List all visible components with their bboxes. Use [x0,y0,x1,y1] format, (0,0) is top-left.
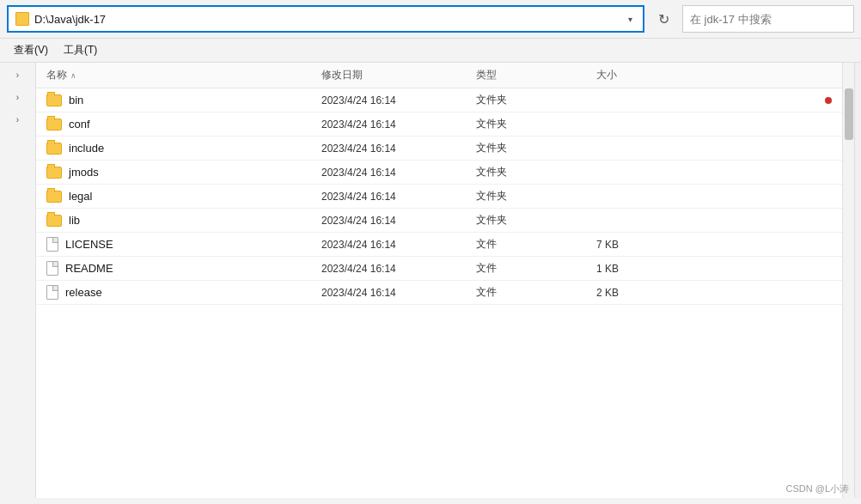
file-name-cell: jmods [46,166,321,179]
sidebar-arrow-down[interactable]: › [9,111,27,128]
red-dot [825,97,832,104]
col-type-header[interactable]: 类型 [476,68,596,82]
file-type: 文件 [476,261,596,276]
table-row[interactable]: legal 2023/4/24 16:14 文件夹 [36,185,842,209]
menu-item-view[interactable]: 查看(V) [7,40,55,60]
content-area: 名称 ∧ 修改日期 类型 大小 bin 2023/4/24 16:14 文件夹 … [36,63,842,498]
scrollbar[interactable] [842,63,854,498]
file-date: 2023/4/24 16:14 [321,118,476,131]
file-name-cell: legal [46,190,321,203]
sort-arrow-icon: ∧ [70,71,76,80]
menu-bar: 查看(V) 工具(T) [0,39,861,63]
file-type: 文件夹 [476,93,596,107]
file-type: 文件 [476,237,596,252]
file-type: 文件夹 [476,189,596,203]
file-name-cell: release [46,285,321,300]
file-name: release [65,286,102,299]
top-bar: ▾ ↻ [0,0,861,39]
search-bar[interactable] [682,5,854,33]
watermark: CSDN @L小涛 [785,483,849,495]
folder-icon [46,167,62,179]
file-list: bin 2023/4/24 16:14 文件夹 conf 2023/4/24 1… [36,88,842,305]
main-layout: › › › 名称 ∧ 修改日期 类型 大小 bin 2023/4/24 16:1… [0,63,861,498]
table-row[interactable]: lib 2023/4/24 16:14 文件夹 [36,209,842,233]
file-size: 1 KB [596,263,699,275]
file-extra [699,97,832,104]
file-date: 2023/4/24 16:14 [321,143,476,155]
file-name-cell: conf [46,118,321,131]
address-folder-icon [15,12,29,26]
col-name-label: 名称 [46,68,67,82]
file-type: 文件 [476,285,596,300]
file-name: conf [69,118,90,131]
file-date: 2023/4/24 16:14 [321,215,476,227]
file-date: 2023/4/24 16:14 [321,239,476,251]
file-name-cell: LICENSE [46,237,321,252]
file-date: 2023/4/24 16:14 [321,287,476,299]
col-date-header[interactable]: 修改日期 [321,68,476,82]
sidebar-arrow-mid[interactable]: › [9,88,27,106]
col-name-header[interactable]: 名称 ∧ [46,68,321,82]
file-icon [46,285,58,300]
col-size-header[interactable]: 大小 [596,68,699,82]
folder-icon [46,143,62,155]
scroll-thumb[interactable] [845,88,853,140]
table-row[interactable]: bin 2023/4/24 16:14 文件夹 [36,88,842,112]
file-date: 2023/4/24 16:14 [321,191,476,203]
file-icon [46,261,58,276]
folder-icon [46,215,62,227]
file-name-cell: README [46,261,321,276]
file-type: 文件夹 [476,117,596,131]
file-name: README [65,262,113,275]
file-name-cell: include [46,142,321,155]
file-name: bin [69,94,83,106]
menu-item-tools[interactable]: 工具(T) [57,40,104,60]
file-name: LICENSE [65,238,113,251]
sidebar: › › › [0,63,36,498]
file-type: 文件夹 [476,213,596,228]
table-row[interactable]: include 2023/4/24 16:14 文件夹 [36,137,842,161]
file-date: 2023/4/24 16:14 [321,167,476,179]
file-name-cell: lib [46,214,321,227]
folder-icon [46,191,62,203]
file-size: 7 KB [596,239,699,251]
search-input[interactable] [690,13,846,26]
file-date: 2023/4/24 16:14 [321,263,476,275]
table-row[interactable]: README 2023/4/24 16:14 文件 1 KB [36,257,842,281]
file-type: 文件夹 [476,141,596,155]
table-row[interactable]: release 2023/4/24 16:14 文件 2 KB [36,281,842,305]
folder-icon [46,94,62,106]
file-icon [46,237,58,252]
address-bar[interactable]: ▾ [7,5,644,33]
column-header: 名称 ∧ 修改日期 类型 大小 [36,63,842,88]
address-input[interactable] [34,13,620,26]
sidebar-arrow-up[interactable]: › [9,66,27,83]
refresh-button[interactable]: ↻ [650,5,677,33]
file-name: include [69,142,104,155]
file-name: lib [69,214,80,227]
file-type: 文件夹 [476,165,596,179]
file-size: 2 KB [596,287,699,299]
right-edge-bar [854,63,861,498]
table-row[interactable]: jmods 2023/4/24 16:14 文件夹 [36,161,842,185]
table-row[interactable]: conf 2023/4/24 16:14 文件夹 [36,112,842,137]
file-name: legal [69,190,92,203]
file-name: jmods [69,166,99,179]
table-row[interactable]: LICENSE 2023/4/24 16:14 文件 7 KB [36,233,842,257]
file-date: 2023/4/24 16:14 [321,94,476,106]
address-dropdown-button[interactable]: ▾ [625,13,636,26]
folder-icon [46,118,62,131]
file-name-cell: bin [46,94,321,106]
